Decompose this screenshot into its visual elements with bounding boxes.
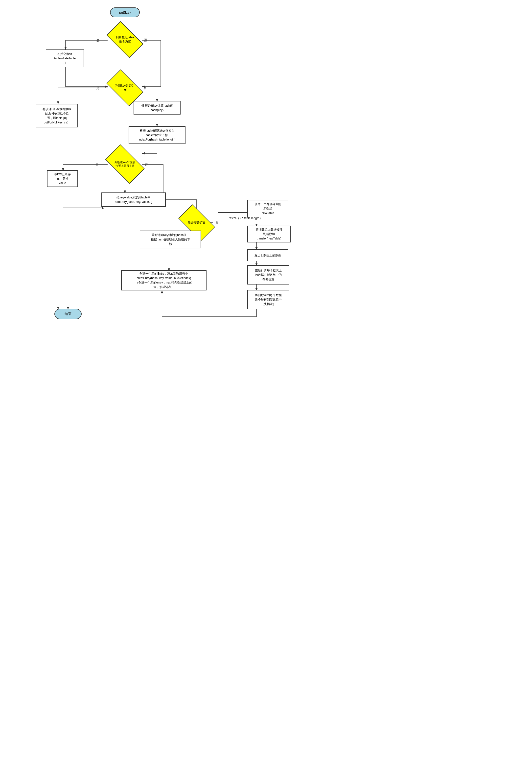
diamond4-node: 是否需要扩容 bbox=[179, 212, 214, 234]
rect-transfer-node: 将旧数组上数据转移到新数组transfer(newTable) bbox=[247, 225, 291, 242]
diamond2-node: 判断key是否为null bbox=[108, 77, 142, 99]
end-label: 结束 bbox=[65, 312, 72, 316]
rect-transfer-label: 将旧数组上数据转移到新数组transfer(newTable) bbox=[256, 227, 283, 241]
flowchart: put(k,v) 判断数组table是否为空 是 否 初始化数组tableinf… bbox=[0, 0, 532, 758]
rect-traverse-node: 遍历旧数组上的数据 bbox=[247, 249, 288, 261]
diamond4-label: 是否需要扩容 bbox=[188, 221, 206, 224]
diamond2-label: 判断key是否为null bbox=[115, 84, 135, 91]
rect-index-node: 根据hash值获取key存放在table的对应下标indexFor(hash, … bbox=[129, 126, 185, 144]
label-no2: 否 bbox=[144, 86, 147, 90]
start-node: put(k,v) bbox=[110, 7, 140, 17]
no1-label: 否 bbox=[144, 38, 147, 42]
diamond3-node: 判断该key对应的位置上是否有值 bbox=[106, 152, 144, 176]
rect-createentry-node: 创建一个新的Entry，添加到数组当中creatEntry(hash, key,… bbox=[121, 270, 207, 291]
diamond1-node: 判断数组table是否为空 bbox=[108, 28, 142, 51]
diamond1-label: 判断数组table是否为空 bbox=[116, 36, 134, 43]
rect-nullkey-node: 将该键-值 存放到数组table 中的第1个位置，即table [0]putFo… bbox=[36, 104, 78, 127]
arrows-svg bbox=[0, 0, 532, 758]
start-label: put(k,v) bbox=[119, 10, 131, 14]
rect-init-label: 初始化数组tableinflateTable（） bbox=[54, 52, 76, 65]
rect-hash-label: 根据键值key计算hash值hash(key) bbox=[141, 103, 173, 112]
rect-recalc-label: 重新计算每个链表上的数据在新数组中的存储位置 bbox=[255, 268, 282, 282]
rect-recalc-node: 重新计算每个链表上的数据在新数组中的存储位置 bbox=[247, 265, 289, 285]
end-node: 结束 bbox=[54, 309, 82, 319]
rect-move-label: 将旧数组的每个数据逐个转移到新数组中（头插法） bbox=[255, 293, 282, 306]
rect-add-node: 把key-value添加到table中addEntry(hash, key, v… bbox=[101, 192, 166, 207]
rect-rehash-label: 重新计算Key对应的hash值，根据hash值获取插入数组的下标 bbox=[151, 233, 190, 246]
diamond3-label: 判断该key对应的位置上是否有值 bbox=[115, 160, 135, 168]
rect-nullkey-label: 将该键-值 存放到数组table 中的第1个位置，即table [0]putFo… bbox=[43, 107, 71, 125]
label-yes2: 是 bbox=[96, 86, 99, 90]
rect-traverse-label: 遍历旧数组上的数据 bbox=[254, 253, 281, 258]
rect-hash-node: 根据键值key计算hash值hash(key) bbox=[134, 101, 181, 115]
label-no3: 否 bbox=[145, 163, 148, 167]
rect-newtable-node: 创建一个两倍容量的新数组newTable bbox=[247, 200, 288, 217]
rect-add-label: 把key-value添加到table中addEntry(hash, key, v… bbox=[115, 195, 152, 204]
rect-index-label: 根据hash值获取key存放在table的对应下标indexFor(hash, … bbox=[139, 128, 175, 142]
rect-replace-label: 该key已经存在，替换value bbox=[54, 172, 71, 185]
rect-newtable-label: 创建一个两倍容量的新数组newTable bbox=[254, 202, 281, 215]
rect-init-node: 初始化数组tableinflateTable（） bbox=[46, 50, 84, 67]
label-yes3: 是 bbox=[95, 163, 98, 167]
yes1-label: 是 bbox=[96, 38, 100, 43]
rect-rehash-node: 重新计算Key对应的hash值，根据hash值获取插入数组的下标 bbox=[140, 230, 201, 248]
rect-replace-node: 该key已经存在，替换value bbox=[47, 170, 78, 187]
rect-createentry-label: 创建一个新的Entry，添加到数组当中creatEntry(hash, key,… bbox=[136, 271, 192, 289]
rect-move-node: 将旧数组的每个数据逐个转移到新数组中（头插法） bbox=[247, 290, 289, 309]
